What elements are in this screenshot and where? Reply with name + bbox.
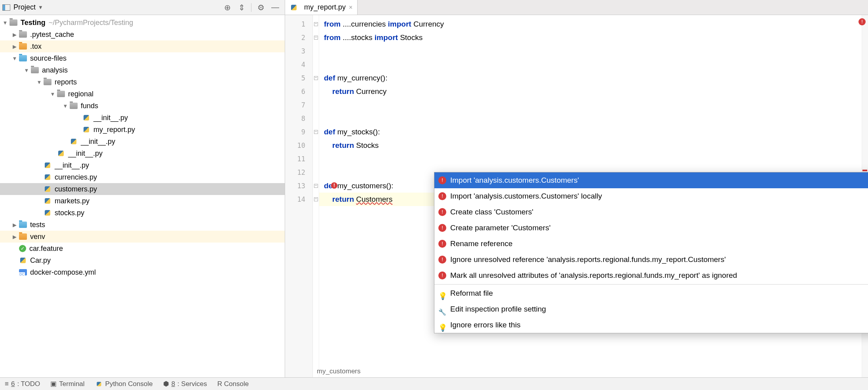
tab-my-report[interactable]: my_report.py ×: [285, 0, 358, 15]
hide-icon[interactable]: —: [270, 2, 281, 13]
popup-label: Ignore errors like this: [450, 318, 520, 332]
line-number: 7: [285, 98, 312, 112]
status-todo[interactable]: ≡6: TODO: [5, 380, 40, 388]
project-tree[interactable]: ▼Testing~/PycharmProjects/Testing ▶.pyte…: [0, 15, 285, 377]
fold-toggle-icon[interactable]: [314, 76, 318, 80]
folder-excluded-icon: [19, 233, 27, 240]
tree-item-car-py[interactable]: Car.py: [0, 254, 285, 266]
error-icon: !: [438, 192, 446, 200]
error-icon: !: [438, 224, 446, 232]
arrow-down-icon[interactable]: ▼: [2, 20, 8, 26]
fold-toggle-icon[interactable]: [314, 184, 318, 188]
code-line-1[interactable]: from ....currencies import Currency: [319, 17, 862, 31]
tree-root[interactable]: ▼Testing~/PycharmProjects/Testing: [0, 17, 285, 29]
popup-label: Reformat file: [450, 287, 493, 300]
status-terminal[interactable]: ▣Terminal: [50, 380, 84, 388]
status-services[interactable]: ⬢8: Services: [163, 380, 207, 388]
fold-toggle-icon[interactable]: [314, 36, 318, 40]
fold-toggle-icon[interactable]: [314, 22, 318, 26]
unresolved-reference[interactable]: Customers: [356, 195, 392, 203]
popup-item-import[interactable]: !Import 'analysis.customers.Customers'▶: [434, 172, 868, 188]
popup-item-edit-inspection[interactable]: Edit inspection profile setting: [434, 301, 868, 317]
line-number: 3: [285, 44, 312, 58]
tree-item-regional-init[interactable]: __init__.py: [0, 136, 285, 147]
breadcrumb-item[interactable]: my_customers: [317, 367, 361, 375]
code-line-5[interactable]: def my_currency():: [319, 71, 862, 85]
code-line-3[interactable]: [319, 44, 862, 58]
tree-item-my-report[interactable]: my_report.py: [0, 124, 285, 136]
code-line-8[interactable]: [319, 112, 862, 125]
tree-item-car-feature[interactable]: ✓car.feature: [0, 243, 285, 254]
arrow-right-icon[interactable]: ▶: [12, 222, 17, 228]
code-line-11[interactable]: [319, 152, 862, 166]
intention-bulb-error-icon[interactable]: !: [331, 182, 337, 189]
fold-toggle-icon[interactable]: [314, 197, 318, 201]
tree-item-customers[interactable]: customers.py: [0, 183, 285, 195]
code-line-6[interactable]: return Currency: [319, 85, 862, 98]
tree-item-currencies[interactable]: currencies.py: [0, 171, 285, 183]
tree-item-reports[interactable]: ▼reports: [0, 76, 285, 88]
popup-item-create-parameter[interactable]: !Create parameter 'Customers'▶: [434, 220, 868, 236]
tree-item-funds-init[interactable]: __init__.py: [0, 112, 285, 124]
chevron-down-icon[interactable]: ▼: [38, 4, 43, 10]
tree-label: __init__.py: [55, 161, 89, 170]
tree-item-tox[interactable]: ▶.tox: [0, 40, 285, 52]
folder-icon: [31, 67, 39, 73]
tree-item-source-files[interactable]: ▼source-files: [0, 52, 285, 64]
line-number: 2: [285, 31, 312, 44]
arrow-down-icon[interactable]: ▼: [24, 67, 29, 73]
arrow-down-icon[interactable]: ▼: [63, 103, 68, 109]
editor[interactable]: 1 2 3 4 5 6 7 8 9 10 11 12 13 14: [285, 15, 868, 377]
status-r-console[interactable]: R Console: [217, 380, 249, 388]
code-line-9[interactable]: def my_stocks():: [319, 125, 862, 139]
arrow-down-icon[interactable]: ▼: [36, 79, 42, 85]
collapse-all-icon[interactable]: ⇕: [236, 2, 247, 13]
tree-item-pytest-cache[interactable]: ▶.pytest_cache: [0, 29, 285, 40]
tree-item-analysis[interactable]: ▼analysis: [0, 64, 285, 76]
popup-item-ignore-ref[interactable]: !Ignore unresolved reference 'analysis.r…: [434, 252, 868, 268]
popup-label: Edit inspection profile setting: [450, 302, 546, 316]
popup-item-ignore-errors[interactable]: Ignore errors like this: [434, 317, 868, 333]
popup-item-rename[interactable]: !Rename reference▶: [434, 236, 868, 252]
code-area[interactable]: from ....currencies import Currency from…: [319, 15, 862, 377]
tree-item-regional[interactable]: ▼regional: [0, 88, 285, 100]
popup-item-import-locally[interactable]: !Import 'analysis.customers.Customers' l…: [434, 188, 868, 204]
error-mark[interactable]: [862, 170, 867, 171]
tree-item-tests[interactable]: ▶tests: [0, 219, 285, 231]
tree-item-stocks[interactable]: stocks.py: [0, 207, 285, 219]
popup-label: Ignore unresolved reference 'analysis.re…: [450, 253, 726, 266]
arrow-down-icon[interactable]: ▼: [50, 91, 55, 97]
code-line-4[interactable]: [319, 58, 862, 71]
code-line-2[interactable]: from ....stocks import Stocks: [319, 31, 862, 44]
popup-item-create-class[interactable]: !Create class 'Customers'▶: [434, 204, 868, 220]
arrow-down-icon[interactable]: ▼: [12, 55, 17, 61]
gear-icon[interactable]: ⚙: [255, 2, 266, 13]
tree-label: venv: [30, 233, 45, 241]
arrow-right-icon[interactable]: ▶: [12, 32, 17, 38]
status-python-console[interactable]: Python Console: [95, 380, 153, 388]
fold-toggle-icon[interactable]: [314, 130, 318, 134]
project-title[interactable]: Project: [13, 3, 36, 11]
editor-tabs: my_report.py ×: [285, 0, 868, 15]
arrow-right-icon[interactable]: ▶: [12, 44, 17, 50]
tree-item-docker[interactable]: docker-compose.yml: [0, 266, 285, 278]
intention-actions-popup: !Import 'analysis.customers.Customers'▶ …: [434, 172, 868, 333]
popup-item-reformat[interactable]: Reformat file▶: [434, 285, 868, 301]
tree-item-markets[interactable]: markets.py: [0, 195, 285, 207]
python-file-icon: [290, 4, 298, 11]
code-line-7[interactable]: [319, 98, 862, 112]
tree-item-venv[interactable]: ▶venv: [0, 231, 285, 243]
python-file-icon: [44, 197, 51, 205]
code-line-10[interactable]: return Stocks: [319, 139, 862, 152]
tree-item-analysis-init[interactable]: __init__.py: [0, 159, 285, 171]
breadcrumb[interactable]: my_customers: [309, 365, 369, 377]
docker-compose-icon: [19, 269, 27, 275]
arrow-right-icon[interactable]: ▶: [12, 234, 17, 240]
tree-label: __init__.py: [68, 149, 103, 158]
error-indicator-icon[interactable]: !: [858, 18, 866, 25]
tree-item-funds[interactable]: ▼funds: [0, 100, 285, 112]
tree-item-reports-init[interactable]: __init__.py: [0, 147, 285, 159]
locate-icon[interactable]: ⊕: [222, 2, 233, 13]
popup-item-mark-ignored[interactable]: !Mark all unresolved attributes of 'anal…: [434, 268, 868, 283]
close-icon[interactable]: ×: [349, 4, 352, 11]
